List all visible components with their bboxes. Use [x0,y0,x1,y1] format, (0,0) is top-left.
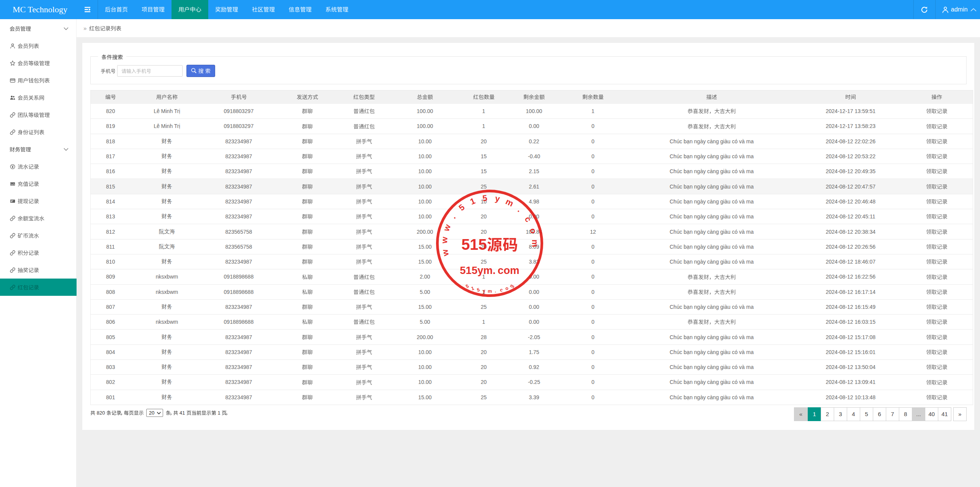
svg-text:.: . [516,205,524,214]
svg-text:y: y [494,193,501,204]
svg-text:o: o [528,227,539,234]
svg-text:c: c [500,287,503,293]
svg-text:PayPal: PayPal [10,184,15,185]
svg-text:m: m [504,197,515,208]
svg-text:1: 1 [469,196,477,207]
svg-text:.: . [448,213,457,221]
svg-text:y: y [482,288,485,294]
svg-text:1: 1 [470,285,475,292]
svg-text:w: w [441,223,453,233]
svg-text:m: m [488,289,492,294]
svg-text:.: . [495,288,497,294]
svg-text:c: c [523,215,534,224]
svg-text:o: o [505,285,509,292]
svg-text:5: 5 [476,287,480,293]
svg-text:5: 5 [482,193,488,203]
svg-text:5: 5 [457,202,467,213]
